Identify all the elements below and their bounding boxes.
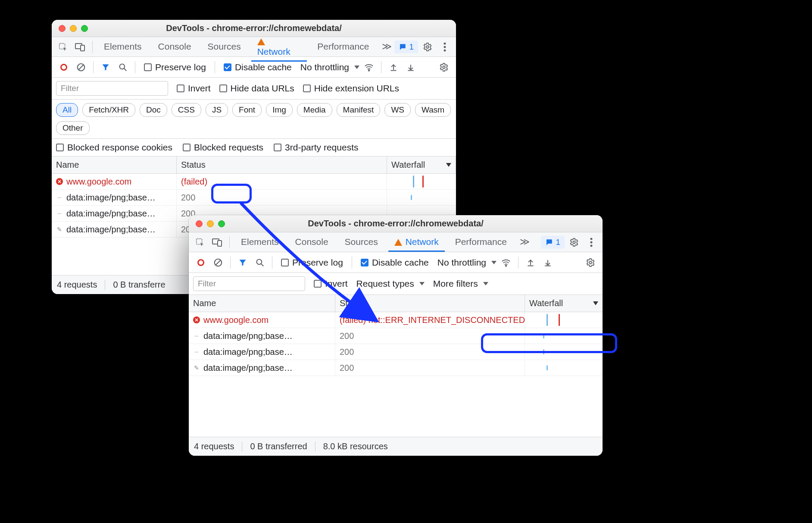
inspect-element-icon[interactable] (192, 235, 208, 250)
preserve-log-checkbox[interactable]: Preserve log (144, 62, 206, 72)
clear-button[interactable] (73, 60, 89, 75)
request-status: (failed) (177, 174, 387, 189)
request-types-dropdown[interactable]: Request types (356, 279, 425, 289)
chip-js[interactable]: JS (206, 103, 228, 117)
chip-ws[interactable]: WS (384, 103, 411, 117)
tab-performance[interactable]: Performance (449, 232, 513, 252)
zoom-window-button[interactable] (218, 220, 225, 227)
gear-icon[interactable] (566, 235, 582, 250)
disable-cache-checkbox[interactable]: Disable cache (224, 62, 292, 72)
filter-toggle-icon[interactable] (98, 60, 113, 75)
preserve-log-checkbox[interactable]: Preserve log (281, 257, 343, 268)
throttling-dropdown[interactable]: No throttling (437, 257, 497, 268)
blocked-cookies-checkbox[interactable]: Blocked response cookies (56, 142, 172, 153)
dash-icon: – (193, 348, 200, 355)
request-name: data:image/png;base… (66, 225, 156, 235)
zoom-window-button[interactable] (81, 25, 88, 32)
device-mode-icon[interactable] (209, 235, 225, 250)
col-status[interactable]: Status (335, 295, 525, 312)
filter-input[interactable]: Filter (193, 276, 305, 291)
more-menu-icon[interactable] (584, 235, 599, 250)
clear-button[interactable] (210, 255, 226, 270)
upload-har-icon[interactable] (386, 60, 401, 75)
more-filters-dropdown[interactable]: More filters (433, 279, 488, 289)
tabs-overflow-button[interactable]: ≫ (517, 232, 532, 252)
invert-checkbox[interactable]: Invert (177, 83, 211, 94)
preserve-log-label: Preserve log (155, 62, 206, 72)
search-icon[interactable] (115, 60, 131, 75)
error-icon (193, 316, 200, 323)
network-conditions-icon[interactable] (498, 255, 514, 270)
panel-settings-icon[interactable] (436, 60, 452, 75)
tab-network[interactable]: Network (388, 232, 445, 252)
col-name[interactable]: Name (52, 157, 177, 173)
chip-media[interactable]: Media (297, 103, 332, 117)
minimize-window-button[interactable] (207, 220, 214, 227)
table-row[interactable]: –data:image/png;base… 200 (52, 190, 456, 206)
chip-font[interactable]: Font (232, 103, 262, 117)
chip-wasm[interactable]: Wasm (415, 103, 451, 117)
invert-checkbox[interactable]: Invert (314, 279, 348, 289)
inspect-element-icon[interactable] (55, 39, 71, 55)
tab-sources[interactable]: Sources (202, 37, 247, 56)
tab-elements[interactable]: Elements (98, 37, 148, 56)
column-headers[interactable]: Name Status Waterfall (52, 157, 456, 174)
chip-all[interactable]: All (56, 103, 78, 117)
tab-console[interactable]: Console (289, 232, 334, 252)
table-row[interactable]: www.google.com (failed) net::ERR_INTERNE… (189, 312, 603, 328)
issues-button[interactable]: 1 (541, 236, 565, 249)
chip-css[interactable]: CSS (172, 103, 201, 117)
issues-button[interactable]: 1 (394, 41, 418, 53)
tab-console[interactable]: Console (152, 37, 197, 56)
tabs-overflow-button[interactable]: ≫ (379, 37, 394, 57)
titlebar[interactable]: DevTools - chrome-error://chromewebdata/ (52, 20, 456, 37)
device-mode-icon[interactable] (72, 39, 88, 55)
tab-elements[interactable]: Elements (235, 232, 285, 252)
record-button[interactable] (193, 255, 209, 270)
third-party-checkbox[interactable]: 3rd-party requests (274, 142, 358, 153)
col-waterfall-label: Waterfall (391, 160, 425, 170)
hide-extension-urls-checkbox[interactable]: Hide extension URLs (303, 83, 399, 94)
col-waterfall[interactable]: Waterfall (387, 157, 456, 173)
column-headers[interactable]: Name Status Waterfall (189, 295, 603, 312)
col-waterfall[interactable]: Waterfall (525, 295, 603, 312)
chip-other[interactable]: Other (56, 121, 90, 135)
filter-toggle-icon[interactable] (235, 255, 250, 270)
svg-point-24 (506, 265, 507, 266)
table-row[interactable]: –data:image/png;base… 200 (189, 344, 603, 360)
minimize-window-button[interactable] (70, 25, 77, 32)
chip-doc[interactable]: Doc (140, 103, 167, 117)
search-icon[interactable] (252, 255, 268, 270)
disable-cache-checkbox[interactable]: Disable cache (361, 257, 429, 268)
more-menu-icon[interactable] (437, 39, 453, 55)
upload-har-icon[interactable] (523, 255, 538, 270)
panel-settings-icon[interactable] (583, 255, 598, 270)
close-window-button[interactable] (196, 220, 203, 227)
download-har-icon[interactable] (403, 60, 418, 75)
tab-sources[interactable]: Sources (339, 232, 384, 252)
table-row[interactable]: –data:image/png;base… 200 (189, 328, 603, 344)
summary-transferred: 0 B transferre (105, 280, 165, 290)
divider (381, 61, 381, 73)
throttling-dropdown[interactable]: No throttling (300, 62, 359, 72)
chip-img[interactable]: Img (266, 103, 293, 117)
table-row[interactable]: ✎data:image/png;base… 200 (189, 360, 603, 376)
divider (92, 41, 93, 53)
table-row[interactable]: www.google.com (failed) (52, 174, 456, 190)
chip-manifest[interactable]: Manifest (337, 103, 381, 117)
gear-icon[interactable] (420, 39, 435, 55)
col-name[interactable]: Name (189, 295, 335, 312)
throttling-label: No throttling (300, 62, 349, 72)
blocked-cookies-label: Blocked response cookies (67, 142, 172, 153)
network-conditions-icon[interactable] (361, 60, 377, 75)
download-har-icon[interactable] (540, 255, 556, 270)
chip-fetch-xhr[interactable]: Fetch/XHR (82, 103, 135, 117)
filter-input[interactable]: Filter (56, 81, 168, 96)
hide-data-urls-checkbox[interactable]: Hide data URLs (219, 83, 294, 94)
close-window-button[interactable] (59, 25, 66, 32)
titlebar[interactable]: DevTools - chrome-error://chromewebdata/ (189, 215, 603, 232)
blocked-requests-checkbox[interactable]: Blocked requests (183, 142, 263, 153)
col-status[interactable]: Status (177, 157, 387, 173)
tab-performance[interactable]: Performance (311, 37, 375, 56)
record-button[interactable] (56, 60, 72, 75)
